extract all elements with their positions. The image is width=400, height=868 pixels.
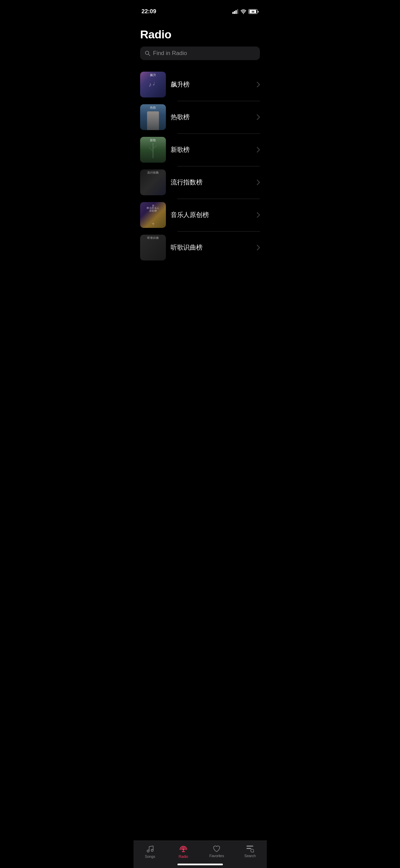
svg-rect-0 (232, 12, 234, 14)
svg-rect-2 (235, 10, 237, 14)
item-label-6: 听歌识曲榜 (171, 243, 252, 252)
list-item-4[interactable]: 流行指数 流行指数榜 (140, 166, 260, 199)
svg-line-10 (153, 145, 156, 149)
wifi-icon (241, 10, 246, 14)
svg-rect-3 (237, 9, 239, 14)
item-thumbnail-5: 第 腾讯音乐人原创榜 节 (140, 202, 166, 228)
chevron-icon-1 (257, 82, 260, 87)
item-label-1: 飙升榜 (171, 80, 252, 89)
item-thumbnail-6: 听歌识曲 (140, 235, 166, 260)
status-bar: 22:09 88 (133, 0, 267, 18)
chevron-icon-5 (257, 212, 260, 218)
item-thumbnail-4: 流行指数 (140, 169, 166, 195)
search-icon (145, 51, 150, 56)
chevron-icon-4 (257, 180, 260, 185)
item-thumbnail-2: 热歌 (140, 104, 166, 130)
svg-rect-1 (234, 11, 235, 14)
list-item-6[interactable]: 听歌识曲 听歌识曲榜 (140, 231, 260, 264)
chevron-icon-3 (257, 147, 260, 152)
battery-icon: 88 (248, 9, 259, 14)
chevron-icon-2 (257, 114, 260, 120)
scroll-content: Radio 飙升 ♪ ♩ 飙升榜 (133, 18, 267, 298)
item-label-4: 流行指数榜 (171, 178, 252, 187)
list-container: 飙升 ♪ ♩ 飙升榜 热歌 (133, 68, 267, 264)
item-label-3: 新歌榜 (171, 145, 252, 154)
signal-icon (232, 9, 239, 14)
item-label-2: 热歌榜 (171, 113, 252, 122)
svg-text:♩: ♩ (153, 81, 155, 86)
item-thumbnail-3: 新歌 (140, 137, 166, 163)
list-item-2[interactable]: 热歌 热歌榜 (140, 101, 260, 133)
svg-line-5 (149, 54, 150, 56)
status-icons: 88 (232, 9, 259, 14)
svg-text:♪: ♪ (149, 81, 152, 88)
item-label-5: 音乐人原创榜 (171, 211, 252, 219)
search-bar[interactable] (140, 47, 260, 60)
chevron-icon-6 (257, 245, 260, 250)
item-thumbnail-1: 飙升 ♪ ♩ (140, 72, 166, 97)
search-input[interactable] (153, 50, 255, 57)
list-item-1[interactable]: 飙升 ♪ ♩ 飙升榜 (140, 68, 260, 101)
list-item-5[interactable]: 第 腾讯音乐人原创榜 节 音乐人原创榜 (140, 199, 260, 231)
status-time: 22:09 (141, 8, 156, 15)
list-item-3[interactable]: 新歌 新歌榜 (140, 133, 260, 166)
page-title: Radio (133, 18, 267, 47)
svg-line-9 (149, 147, 153, 151)
